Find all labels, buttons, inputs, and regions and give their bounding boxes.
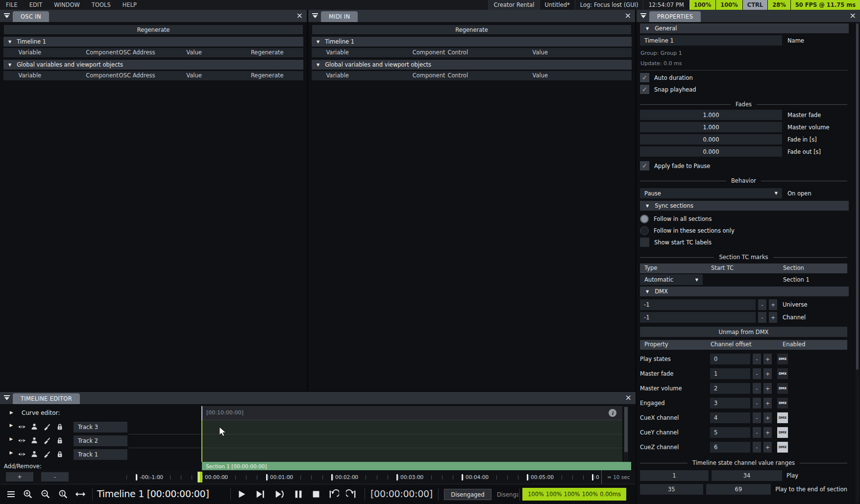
ruler-playhead[interactable] — [197, 472, 202, 482]
decrement-button[interactable]: - — [753, 442, 761, 453]
menu-tools[interactable]: TOOLS — [86, 0, 117, 10]
fade-out-field[interactable]: 0.000 — [640, 146, 782, 157]
increment-button[interactable]: + — [763, 368, 772, 379]
track-name-field[interactable]: Track 1 — [74, 449, 127, 460]
zoom-reset-icon[interactable] — [58, 489, 69, 500]
user-icon[interactable] — [30, 450, 39, 458]
panel-collapse-icon[interactable] — [3, 12, 10, 19]
play-button[interactable] — [236, 489, 247, 500]
osc-global-section-header[interactable]: ▼ Global variables and viewport objects — [3, 60, 303, 70]
channel-offset-field[interactable]: 0 — [710, 354, 750, 364]
visibility-eye-icon[interactable] — [18, 423, 26, 431]
decrement-button[interactable]: - — [753, 383, 761, 394]
osc-regenerate-button[interactable]: Regenerate — [4, 25, 303, 34]
zoom-in-icon[interactable] — [23, 489, 33, 500]
panel-collapse-icon[interactable] — [3, 394, 10, 401]
info-icon[interactable]: i — [609, 409, 616, 417]
user-icon[interactable] — [30, 436, 39, 444]
increment-button[interactable]: + — [763, 383, 772, 394]
master-volume-field[interactable]: 1.000 — [640, 122, 782, 132]
section-block[interactable]: Section 1 [00:00:00:00] — [202, 462, 631, 470]
jump-to-start-button[interactable] — [327, 489, 339, 500]
general-section-header[interactable]: ▼ General — [640, 24, 849, 33]
increment-button[interactable]: + — [763, 442, 772, 453]
fit-width-icon[interactable] — [74, 489, 86, 500]
close-icon[interactable]: × — [850, 10, 856, 21]
visibility-eye-icon[interactable] — [18, 436, 26, 445]
master-fade-field[interactable]: 1.000 — [640, 110, 782, 120]
expand-icon[interactable]: ▶ — [10, 410, 13, 415]
midi-timeline-section-header[interactable]: ▼ Timeline 1 — [312, 37, 632, 47]
dmx-enable-icon[interactable]: DMX — [777, 368, 788, 379]
play-to-end-button[interactable] — [255, 489, 266, 500]
expand-icon[interactable]: ▶ — [7, 423, 16, 428]
menu-edit[interactable]: EDIT — [24, 0, 49, 10]
increment-button[interactable]: + — [763, 412, 772, 423]
close-icon[interactable]: × — [625, 392, 632, 403]
disengaged-button[interactable]: Disengaged — [444, 489, 491, 500]
channel-decrement-button[interactable]: - — [758, 312, 766, 323]
range-from-field[interactable]: 35 — [640, 484, 703, 495]
track-name-field[interactable]: Track 3 — [74, 422, 127, 432]
expand-icon[interactable]: ▶ — [7, 450, 16, 455]
dmx-enable-icon[interactable]: DMX — [777, 354, 788, 364]
track-name-field[interactable]: Track 2 — [74, 435, 127, 446]
panel-collapse-icon[interactable] — [640, 12, 647, 19]
paint-brush-icon[interactable] — [43, 450, 52, 458]
track-grid[interactable] — [202, 420, 622, 462]
lock-icon[interactable] — [56, 436, 65, 444]
menu-window[interactable]: WINDOW — [48, 0, 86, 10]
unmap-dmx-button[interactable]: Unmap from DMX — [640, 327, 847, 337]
expand-icon[interactable]: ▶ — [7, 436, 16, 441]
stop-button[interactable] — [311, 489, 321, 500]
increment-button[interactable]: + — [763, 427, 772, 438]
hamburger-menu-icon[interactable] — [7, 490, 16, 498]
range-to-field[interactable]: 34 — [712, 470, 782, 481]
tab-osc-in[interactable]: OSC IN — [13, 11, 49, 22]
range-from-field[interactable]: 1 — [640, 470, 709, 481]
dmx-enable-icon[interactable]: DMX — [777, 398, 788, 408]
curve-editor-grid[interactable]: [00:10:00:00] i — [202, 406, 622, 420]
dmx-enable-icon[interactable]: DMX — [777, 427, 788, 438]
follow-all-radio[interactable] — [640, 215, 649, 223]
channel-increment-button[interactable]: + — [769, 312, 777, 323]
channel-offset-field[interactable]: 4 — [710, 412, 750, 423]
dmx-enable-icon[interactable]: DMX — [777, 442, 788, 453]
tab-properties[interactable]: PROPERTIES — [649, 11, 701, 22]
increment-button[interactable]: + — [763, 398, 772, 408]
tc-type-dropdown[interactable]: Automatic ▼ — [640, 274, 703, 285]
lock-icon[interactable] — [56, 450, 65, 458]
universe-increment-button[interactable]: + — [769, 299, 777, 310]
lock-icon[interactable] — [56, 423, 65, 431]
tab-midi-in[interactable]: MIDI IN — [321, 11, 358, 22]
fade-in-field[interactable]: 0.000 — [640, 134, 782, 144]
menu-file[interactable]: FILE — [0, 0, 24, 10]
decrement-button[interactable]: - — [753, 368, 761, 379]
paint-brush-icon[interactable] — [43, 436, 52, 444]
dmx-enable-icon[interactable]: DMX — [777, 383, 788, 394]
paint-brush-icon[interactable] — [43, 423, 52, 431]
decrement-button[interactable]: - — [753, 427, 761, 438]
on-open-dropdown[interactable]: Pause ▼ — [640, 188, 782, 198]
properties-scrollbar[interactable] — [856, 23, 859, 503]
pause-button[interactable] — [293, 489, 304, 500]
panel-collapse-icon[interactable] — [312, 12, 319, 19]
zoom-out-icon[interactable] — [40, 489, 51, 500]
close-icon[interactable]: × — [625, 10, 631, 21]
channel-offset-field[interactable]: 3 — [710, 398, 750, 408]
visibility-eye-icon[interactable] — [18, 450, 26, 458]
dmx-section-header[interactable]: ▼ DMX — [640, 287, 849, 296]
close-icon[interactable]: × — [296, 10, 303, 21]
decrement-button[interactable]: - — [753, 412, 761, 423]
universe-decrement-button[interactable]: - — [758, 299, 766, 310]
show-tc-labels-checkbox[interactable] — [640, 238, 649, 247]
auto-duration-checkbox[interactable]: ✓ — [640, 73, 649, 82]
name-field[interactable]: Timeline 1 — [640, 35, 782, 46]
increment-button[interactable]: + — [763, 354, 772, 364]
channel-offset-field[interactable]: 5 — [710, 427, 750, 438]
user-icon[interactable] — [30, 423, 39, 431]
sync-sections-header[interactable]: ▼ Sync sections — [640, 201, 849, 211]
decrement-button[interactable]: - — [753, 398, 761, 408]
osc-timeline-section-header[interactable]: ▼ Timeline 1 — [3, 37, 303, 47]
channel-field[interactable]: -1 — [640, 312, 756, 323]
